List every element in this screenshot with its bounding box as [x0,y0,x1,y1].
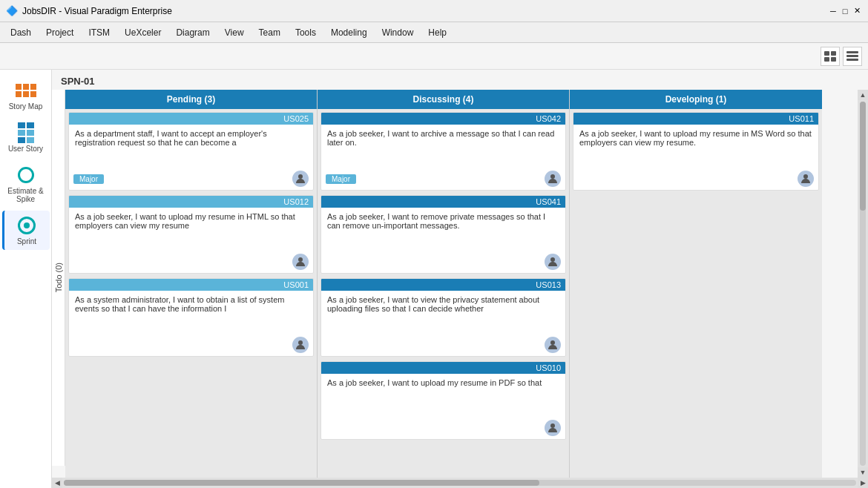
app-logo: 🔷 [6,5,18,16]
right-scroll-thumb [860,102,866,211]
column-pending: Pending (3) US025 As a department staff,… [65,90,318,478]
card-us041[interactable]: US041 As a job seeker, I want to remove … [320,195,566,274]
svg-point-13 [550,423,555,428]
card-footer-us001 [69,335,313,356]
column-body-discussing[interactable]: US042 As a job seeker, I want to archive… [318,109,569,478]
card-us012[interactable]: US012 As a job seeker, I want to upload … [68,195,314,274]
card-header-us025: US025 [69,113,313,125]
svg-rect-0 [824,51,829,56]
maximize-button[interactable]: □ [840,6,850,16]
card-body-us010: As a job seeker, I want to upload my res… [321,374,565,418]
menu-item-view[interactable]: View [217,24,251,41]
column-developing: Developing (1) US011 As a job seeker, I … [570,90,822,478]
menu-item-uexceler[interactable]: UeXceler [117,24,168,41]
card-us011[interactable]: US011 As a job seeker, I want to upload … [573,112,819,191]
scroll-up-button[interactable]: ▲ [858,90,868,100]
board-scroll[interactable]: Pending (3) US025 As a department staff,… [65,90,858,478]
sidebar-label-sprint: Sprint [17,237,36,245]
app-title: JobsDIR - Visual Paradigm Enterprise [22,6,172,16]
sidebar-label-estimate: Estimate & Spike [5,187,47,203]
card-footer-us012 [69,252,313,273]
right-scroll-track[interactable] [860,102,866,466]
sidebar-item-story-map[interactable]: Story Map [2,76,50,115]
sprint-icon [15,215,39,236]
badge-major-us042: Major [326,174,356,184]
menu-item-dash[interactable]: Dash [3,24,39,41]
list-view-button[interactable] [843,47,862,66]
sidebar: Story Map User Story Estimate & Spike [0,70,52,488]
svg-point-8 [298,257,303,262]
svg-rect-3 [831,57,836,62]
title-bar-left: 🔷 JobsDIR - Visual Paradigm Enterprise [6,5,172,16]
avatar-us012 [292,254,309,270]
avatar-us013 [545,337,561,353]
menu-item-team[interactable]: Team [251,24,288,41]
svg-rect-4 [846,51,858,53]
menu-item-help[interactable]: Help [421,24,454,41]
column-header-developing: Developing (1) [570,90,822,109]
menu-item-project[interactable]: Project [39,24,81,41]
card-body-us042: As a job seeker, I want to archive a mes… [321,125,565,169]
sidebar-item-user-story[interactable]: User Story [2,118,50,157]
todo-sidebar: Todo (0) [52,90,65,466]
scroll-down-button[interactable]: ▼ [858,467,868,478]
sidebar-label-story-map: Story Map [9,102,43,111]
minimize-button[interactable]: ─ [828,6,838,16]
estimate-icon [14,165,38,185]
grid-view-button[interactable] [821,47,840,66]
sidebar-item-estimate[interactable]: Estimate & Spike [2,160,50,208]
card-header-us012: US012 [69,196,313,208]
card-us001[interactable]: US001 As a system administrator, I want … [68,278,314,357]
avatar-us042 [545,171,561,187]
right-scrollbar: ▲ ▼ [858,90,868,478]
card-body-us025: As a department staff, I want to accept … [69,125,313,169]
card-footer-us042: Major [321,169,565,190]
svg-point-11 [550,257,555,262]
svg-point-14 [803,174,808,179]
column-header-pending: Pending (3) [65,90,317,109]
close-button[interactable]: ✕ [852,6,862,16]
menu-item-tools[interactable]: Tools [288,24,323,41]
card-us042[interactable]: US042 As a job seeker, I want to archive… [320,112,566,191]
card-us010[interactable]: US010 As a job seeker, I want to upload … [320,361,566,440]
avatar-us025 [292,171,309,187]
scroll-right-button[interactable]: ▶ [858,478,868,488]
card-body-us012: As a job seeker, I want to upload my res… [69,208,313,252]
board-container: Todo (0) Pending (3) US025 As a de [52,90,868,488]
card-footer-us011 [573,169,818,190]
title-bar: 🔷 JobsDIR - Visual Paradigm Enterprise ─… [0,0,868,22]
avatar-us041 [545,254,561,270]
card-us025[interactable]: US025 As a department staff, I want to a… [68,112,314,191]
column-header-discussing: Discussing (4) [318,90,569,109]
menu-item-window[interactable]: Window [375,24,421,41]
column-body-pending[interactable]: US025 As a department staff, I want to a… [65,109,317,478]
card-header-us011: US011 [573,113,818,125]
card-us013[interactable]: US013 As a job seeker, I want to view th… [320,278,566,357]
menu-item-itsm[interactable]: ITSM [81,24,117,41]
svg-rect-5 [846,55,858,57]
bottom-scroll-track[interactable] [64,480,856,486]
menu-item-modeling[interactable]: Modeling [323,24,375,41]
sidebar-item-sprint[interactable]: Sprint [2,211,50,250]
menu-bar: Dash Project ITSM UeXceler Diagram View … [0,22,868,43]
story-map-icon [14,80,38,101]
board-title: SPN-01 [52,70,868,90]
card-footer-us013 [321,335,565,356]
card-header-us013: US013 [321,279,565,291]
avatar-us011 [798,171,814,187]
card-header-us042: US042 [321,113,565,125]
card-footer-us010 [321,418,565,439]
avatar-us001 [292,337,309,353]
content-area: SPN-01 Todo (0) Pending (3) [52,70,868,488]
sidebar-label-user-story: User Story [8,145,43,153]
toolbar-area [0,43,868,70]
card-body-us013: As a job seeker, I want to view the priv… [321,291,565,335]
menu-item-diagram[interactable]: Diagram [168,24,217,41]
svg-point-7 [298,174,303,179]
card-body-us041: As a job seeker, I want to remove privat… [321,208,565,252]
title-bar-controls: ─ □ ✕ [828,6,862,16]
avatar-us010 [545,420,561,436]
svg-point-12 [550,340,555,345]
column-body-developing[interactable]: US011 As a job seeker, I want to upload … [570,109,822,478]
scroll-left-button[interactable]: ◀ [52,478,62,488]
